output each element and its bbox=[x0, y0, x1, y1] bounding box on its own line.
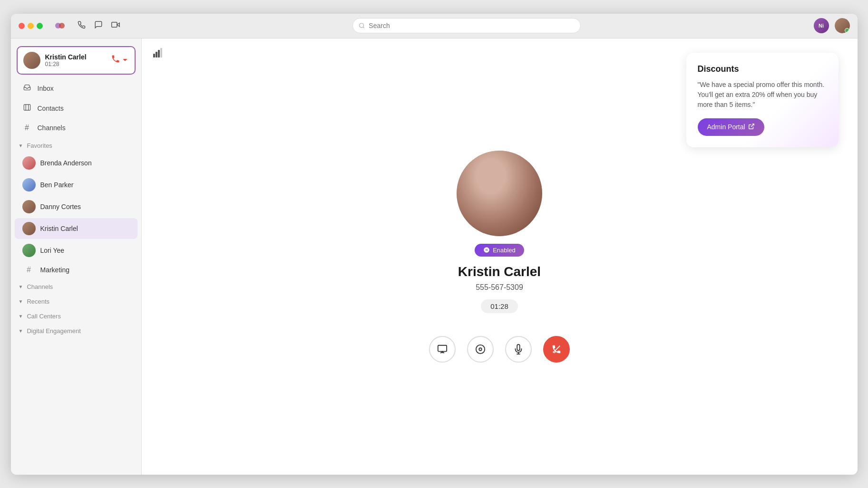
ai-icon: N bbox=[483, 247, 490, 253]
svg-marker-2 bbox=[117, 23, 119, 27]
recents-chevron: ▼ bbox=[19, 299, 23, 304]
signal-icon bbox=[153, 48, 165, 60]
svg-rect-8 bbox=[153, 54, 155, 57]
promo-title: Discounts bbox=[698, 64, 827, 74]
traffic-lights bbox=[19, 23, 43, 29]
message-icon[interactable] bbox=[94, 20, 103, 31]
svg-point-18 bbox=[479, 348, 482, 351]
admin-portal-button[interactable]: Admin Portal bbox=[698, 118, 764, 136]
sidebar-item-marketing[interactable]: # Marketing bbox=[15, 262, 137, 278]
sidebar-item-brenda[interactable]: Brenda Anderson bbox=[15, 153, 137, 173]
active-call-avatar bbox=[23, 52, 40, 69]
danny-avatar bbox=[22, 200, 36, 213]
channels-hash-icon: # bbox=[22, 124, 32, 132]
inbox-icon bbox=[22, 84, 32, 93]
contact-name: Kristin Carlel bbox=[458, 264, 541, 279]
recents-label: Recents bbox=[27, 298, 49, 305]
call-end-icon bbox=[111, 54, 128, 66]
end-call-button[interactable] bbox=[543, 336, 570, 363]
channels-section-header[interactable]: ▼ Channels bbox=[11, 278, 141, 293]
admin-portal-label: Admin Portal bbox=[707, 123, 745, 131]
call-timer-badge: 01:28 bbox=[481, 299, 518, 313]
contact-photo bbox=[457, 151, 542, 236]
promo-card: Discounts "We have a special promo offer… bbox=[686, 53, 839, 147]
channels-chevron: ▼ bbox=[19, 284, 23, 289]
active-call-name: Kristin Carlel bbox=[45, 53, 107, 61]
kristin-avatar bbox=[22, 222, 36, 235]
app-logo bbox=[52, 18, 68, 33]
content-area: Discounts "We have a special promo offer… bbox=[142, 38, 858, 475]
digital-engagement-chevron: ▼ bbox=[19, 328, 23, 334]
call-centers-section-header[interactable]: ▼ Call Centers bbox=[11, 308, 141, 323]
title-bar-icons bbox=[77, 20, 120, 31]
user-avatar[interactable] bbox=[835, 18, 850, 33]
video-icon[interactable] bbox=[111, 20, 120, 31]
danny-name: Danny Cortes bbox=[40, 203, 81, 211]
favorites-section-header[interactable]: ▼ Favorites bbox=[11, 137, 141, 152]
digital-engagement-label: Digital Engagement bbox=[27, 327, 80, 335]
svg-point-1 bbox=[59, 23, 65, 29]
search-input[interactable] bbox=[369, 22, 575, 29]
sidebar-item-lori[interactable]: Lori Yee bbox=[15, 240, 137, 261]
record-button[interactable] bbox=[467, 336, 494, 363]
svg-rect-9 bbox=[156, 52, 157, 57]
svg-rect-5 bbox=[24, 105, 30, 110]
ben-avatar bbox=[22, 178, 36, 191]
svg-rect-10 bbox=[158, 50, 160, 57]
marketing-hash-icon: # bbox=[22, 266, 36, 274]
recents-section-header[interactable]: ▼ Recents bbox=[11, 293, 141, 308]
call-centers-label: Call Centers bbox=[27, 313, 61, 320]
record-icon bbox=[475, 344, 486, 354]
mute-button[interactable] bbox=[505, 336, 532, 363]
sidebar-item-kristin[interactable]: Kristin Carlel bbox=[15, 218, 137, 239]
ben-name: Ben Parker bbox=[40, 181, 74, 189]
minimize-button[interactable] bbox=[28, 23, 34, 29]
sidebar-item-inbox[interactable]: Inbox bbox=[15, 79, 137, 98]
inbox-label: Inbox bbox=[38, 85, 54, 92]
svg-rect-15 bbox=[438, 345, 447, 351]
svg-rect-3 bbox=[111, 22, 117, 27]
svg-point-17 bbox=[476, 344, 485, 353]
lori-avatar bbox=[22, 244, 36, 257]
marketing-name: Marketing bbox=[40, 266, 69, 274]
kristin-name: Kristin Carlel bbox=[40, 225, 78, 232]
sidebar-item-ben[interactable]: Ben Parker bbox=[15, 174, 137, 195]
contacts-label: Contacts bbox=[38, 105, 64, 112]
promo-text: "We have a special promo offer this mont… bbox=[698, 80, 827, 110]
contacts-icon bbox=[22, 104, 32, 113]
call-centers-chevron: ▼ bbox=[19, 314, 23, 319]
sidebar-item-contacts[interactable]: Contacts bbox=[15, 99, 137, 118]
call-controls bbox=[429, 336, 570, 363]
ai-enabled-badge: N Enabled bbox=[475, 244, 524, 257]
brenda-avatar bbox=[22, 156, 36, 170]
down-arrow-icon bbox=[551, 349, 558, 355]
screen-share-button[interactable] bbox=[429, 336, 456, 363]
phone-icon[interactable] bbox=[77, 20, 86, 31]
search-bar-container bbox=[126, 18, 808, 33]
app-window: Ni Kristin Carlel 01:28 bbox=[11, 14, 858, 475]
brenda-name: Brenda Anderson bbox=[40, 159, 92, 167]
favorites-chevron: ▼ bbox=[19, 143, 23, 148]
active-call-item[interactable]: Kristin Carlel 01:28 bbox=[17, 46, 136, 75]
contact-phone: 555-567-5309 bbox=[476, 283, 523, 292]
svg-rect-11 bbox=[160, 48, 162, 57]
sidebar-item-danny[interactable]: Danny Cortes bbox=[15, 196, 137, 217]
main-content: Kristin Carlel 01:28 bbox=[11, 38, 858, 475]
search-bar[interactable] bbox=[352, 18, 581, 33]
digital-engagement-section-header[interactable]: ▼ Digital Engagement bbox=[11, 323, 141, 337]
microphone-icon bbox=[513, 344, 524, 354]
svg-point-4 bbox=[360, 23, 364, 28]
active-call-timer: 01:28 bbox=[45, 61, 107, 67]
title-bar: Ni bbox=[11, 14, 858, 38]
external-link-icon bbox=[748, 123, 755, 131]
svg-text:N: N bbox=[486, 249, 488, 251]
screen-share-icon bbox=[437, 344, 448, 354]
ai-badge-button[interactable]: Ni bbox=[814, 18, 829, 33]
channels-label: Channels bbox=[38, 124, 66, 132]
search-icon bbox=[359, 22, 365, 29]
sidebar-item-channels[interactable]: # Channels bbox=[15, 119, 137, 137]
maximize-button[interactable] bbox=[37, 23, 43, 29]
svg-line-12 bbox=[751, 124, 753, 126]
close-button[interactable] bbox=[19, 23, 25, 29]
channels-section-label: Channels bbox=[27, 283, 53, 290]
